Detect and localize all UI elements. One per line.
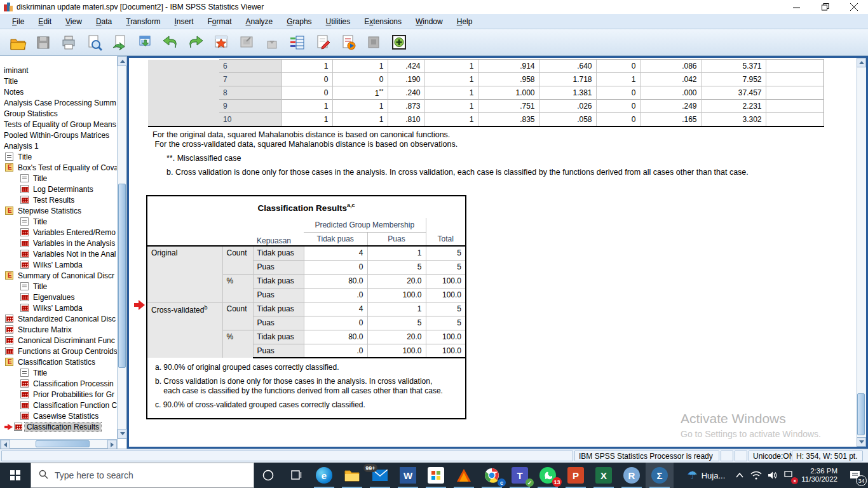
outline-item-title[interactable]: Title	[0, 76, 118, 86]
export-output-icon[interactable]	[107, 31, 132, 54]
cortana-button[interactable]	[254, 463, 282, 488]
menu-view[interactable]: View	[58, 15, 89, 28]
outline-item-title[interactable]: Title	[0, 151, 118, 162]
outline-item-stepwise-statistics[interactable]: Stepwise Statistics	[0, 205, 118, 216]
outline-item-group-statistics[interactable]: Group Statistics	[0, 108, 118, 119]
outline-item-wilks-lambda[interactable]: Wilks' Lambda	[0, 302, 118, 313]
menu-file[interactable]: File	[5, 15, 31, 28]
menu-utilities[interactable]: Utilities	[319, 15, 358, 28]
menu-edit[interactable]: Edit	[31, 15, 58, 28]
menu-data[interactable]: Data	[89, 15, 119, 28]
outline-item-classification-statistics[interactable]: Classification Statistics	[0, 356, 118, 367]
scroll-down-button[interactable]	[857, 437, 866, 447]
scroll-up-button[interactable]	[118, 57, 127, 66]
wifi-icon[interactable]	[749, 463, 763, 488]
print-icon[interactable]	[56, 31, 81, 54]
scroll-down-button[interactable]	[118, 429, 127, 438]
taskbar-app-chrome[interactable]: c	[478, 463, 506, 488]
save-file-icon[interactable]	[31, 31, 56, 54]
taskbar-app-word[interactable]: W	[394, 463, 422, 488]
taskbar-app-spss[interactable]: Σ	[646, 463, 674, 488]
restore-button[interactable]	[811, 0, 839, 14]
outline-item-title[interactable]: Title	[0, 216, 118, 227]
style-output-icon[interactable]	[361, 31, 386, 54]
scroll-thumb[interactable]	[857, 393, 865, 435]
outline-item-variables-in-the-analysis[interactable]: Variables in the Analysis	[0, 238, 118, 248]
sync-error-icon[interactable]: x	[782, 463, 796, 488]
menu-analyze[interactable]: Analyze	[239, 15, 280, 28]
menu-help[interactable]: Help	[450, 15, 480, 28]
outline-item-tests-of-equality-of-group-means[interactable]: Tests of Equality of Group Means	[0, 119, 118, 130]
goto-case-icon[interactable]	[208, 31, 234, 54]
action-center-button[interactable]: 34	[843, 463, 868, 488]
outline-item-notes[interactable]: Notes	[0, 86, 118, 97]
menu-transform[interactable]: Transform	[119, 15, 167, 28]
weather-widget[interactable]: ☂Huja...	[688, 468, 726, 482]
task-view-button[interactable]	[282, 463, 310, 488]
taskbar-app-r-studio[interactable]: R	[618, 463, 646, 488]
outline-item-title[interactable]: Title	[0, 173, 118, 184]
scroll-right-button[interactable]	[107, 440, 117, 449]
taskbar-app-teams[interactable]: T✓	[506, 463, 534, 488]
scroll-left-button[interactable]	[1, 440, 10, 449]
hidden-icons-chevron[interactable]	[733, 463, 747, 488]
outline-item-title[interactable]: Title	[0, 281, 118, 292]
outline-item-analysis-case-processing-summ[interactable]: Analysis Case Processing Summ	[0, 97, 118, 108]
taskbar-app-matlab[interactable]	[450, 463, 478, 488]
minimize-button[interactable]	[782, 0, 811, 14]
search-input[interactable]: Type here to search	[31, 463, 254, 488]
close-button[interactable]	[839, 0, 868, 14]
outline-item-log-determinants[interactable]: Log Determinants	[0, 184, 118, 194]
outline-item-summary-of-canonical-discr[interactable]: Summary of Canonical Discr	[0, 270, 118, 281]
print-preview-icon[interactable]	[81, 31, 107, 54]
outline-item-classification-function-c[interactable]: Classification Function C	[0, 400, 118, 410]
volume-icon[interactable]	[766, 463, 780, 488]
edit-output-icon[interactable]	[310, 31, 336, 54]
scroll-thumb[interactable]	[118, 184, 126, 368]
taskbar-app-whatsapp[interactable]: 13	[534, 463, 562, 488]
taskbar-app-mail[interactable]: 99+	[366, 463, 394, 488]
show-variables-icon[interactable]	[285, 31, 310, 54]
menu-extensions[interactable]: Extensions	[357, 15, 409, 28]
outline-item-test-results[interactable]: Test Results	[0, 194, 118, 205]
undo-icon[interactable]	[158, 31, 183, 54]
outline-item-casewise-statistics[interactable]: Casewise Statistics	[0, 410, 118, 421]
outline-item-wilks-lambda[interactable]: Wilks' Lambda	[0, 259, 118, 270]
outline-item-pooled-within-groups-matrices[interactable]: Pooled Within-Groups Matrices	[0, 130, 118, 140]
scroll-up-button[interactable]	[857, 58, 866, 67]
outline-item-standardized-canonical-disc[interactable]: Standardized Canonical Disc	[0, 313, 118, 324]
taskbar-app-powerpoint[interactable]: P	[562, 463, 590, 488]
goto-variable-icon[interactable]	[234, 31, 259, 54]
taskbar-app-excel[interactable]: X	[590, 463, 618, 488]
outline-item-analysis-1[interactable]: Analysis 1	[0, 140, 118, 151]
menu-window[interactable]: Window	[409, 15, 450, 28]
outline-item-iminant[interactable]: iminant	[0, 65, 118, 76]
outline-item-box-s-test-of-equality-of-cova[interactable]: Box's Test of Equality of Cova	[0, 162, 118, 173]
outline-vertical-scrollbar[interactable]	[117, 56, 126, 439]
output-vertical-scrollbar[interactable]	[857, 58, 866, 447]
recall-dialogs-icon[interactable]	[132, 31, 158, 54]
taskbar-app-store[interactable]	[422, 463, 450, 488]
designate-window-icon[interactable]	[386, 31, 412, 54]
outline-item-variables-not-in-the-anal[interactable]: Variables Not in the Anal	[0, 248, 118, 259]
outline-item-eigenvalues[interactable]: Eigenvalues	[0, 292, 118, 302]
insert-cases-icon[interactable]	[259, 31, 285, 54]
outline-horizontal-scrollbar[interactable]	[0, 439, 118, 449]
outline-item-classification-processin[interactable]: Classification Processin	[0, 378, 118, 389]
outline-item-classification-results[interactable]: Classification Results	[0, 421, 118, 432]
run-script-icon[interactable]	[336, 31, 361, 54]
menu-graphs[interactable]: Graphs	[280, 15, 318, 28]
classification-results-object[interactable]: Classification Resultsa,c Predicted Grou…	[146, 195, 466, 419]
outline-item-variables-entered-remo[interactable]: Variables Entered/Remo	[0, 227, 118, 238]
outline-item-structure-matrix[interactable]: Structure Matrix	[0, 324, 118, 335]
start-button[interactable]	[0, 463, 31, 488]
open-file-icon[interactable]	[5, 31, 31, 54]
taskbar-app-file-explorer[interactable]	[338, 463, 366, 488]
taskbar-app-edge[interactable]: e	[310, 463, 338, 488]
outline-item-functions-at-group-centroids[interactable]: Functions at Group Centroids	[0, 346, 118, 356]
clock[interactable]: 2:36 PM 11/30/2022	[801, 467, 837, 484]
scroll-thumb[interactable]	[36, 440, 90, 447]
outline-item-prior-probabilities-for-gr[interactable]: Prior Probabilities for Gr	[0, 389, 118, 400]
outline-item-canonical-discriminant-func[interactable]: Canonical Discriminant Func	[0, 335, 118, 346]
menu-insert[interactable]: Insert	[167, 15, 200, 28]
